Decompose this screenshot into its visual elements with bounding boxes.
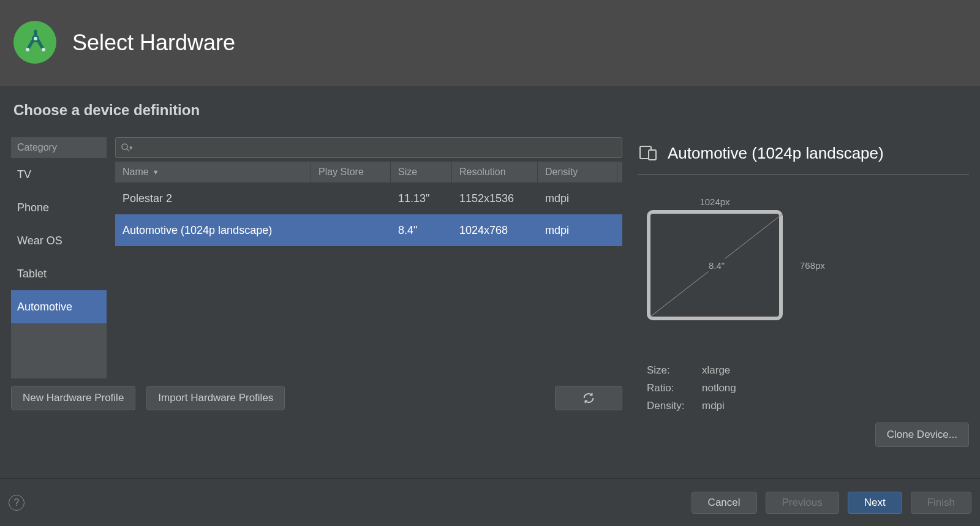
col-resolution[interactable]: Resolution [452, 162, 538, 182]
search-input[interactable] [135, 142, 617, 153]
content-area: Choose a device definition Category TV P… [0, 86, 980, 478]
svg-rect-6 [649, 150, 656, 160]
footer-bar: ? Cancel Previous Next Finish [0, 478, 980, 526]
sort-desc-icon: ▼ [153, 168, 159, 176]
spec-ratio-value: notlong [702, 380, 736, 397]
specs: Size: xlarge Ratio: notlong Density: mdp… [647, 362, 969, 415]
previous-button[interactable]: Previous [766, 492, 839, 514]
search-box[interactable]: ▾ [115, 137, 622, 158]
category-wear-os[interactable]: Wear OS [11, 224, 107, 257]
spec-density-value: mdpi [702, 397, 725, 415]
page-title: Select Hardware [72, 30, 235, 56]
preview-title: Automotive (1024p landscape) [668, 144, 884, 163]
new-hardware-profile-button[interactable]: New Hardware Profile [11, 386, 135, 410]
col-density[interactable]: Density [538, 162, 617, 182]
svg-point-3 [122, 144, 127, 149]
table-header: Name ▼ Play Store Size Resolution Densit… [115, 162, 622, 182]
finish-button[interactable]: Finish [911, 492, 971, 514]
spec-ratio-label: Ratio: [647, 380, 702, 397]
header-bar: Select Hardware [0, 0, 980, 86]
dim-height-label: 768px [800, 260, 825, 271]
col-size[interactable]: Size [391, 162, 452, 182]
category-phone[interactable]: Phone [11, 191, 107, 224]
category-tv[interactable]: TV [11, 158, 107, 191]
col-play-store[interactable]: Play Store [311, 162, 391, 182]
svg-point-0 [33, 36, 39, 42]
help-button[interactable]: ? [9, 495, 24, 511]
compass-icon [21, 29, 50, 57]
refresh-icon [582, 391, 595, 405]
subtitle: Choose a device definition [13, 102, 969, 119]
category-tablet[interactable]: Tablet [11, 257, 107, 290]
devices-icon [638, 143, 658, 163]
android-studio-logo [13, 21, 58, 65]
device-table: Name ▼ Play Store Size Resolution Densit… [115, 162, 622, 378]
table-row[interactable]: Polestar 2 11.13" 1152x1536 mdpi [115, 182, 622, 214]
spec-size-label: Size: [647, 362, 702, 380]
dropdown-caret-icon: ▾ [129, 144, 133, 152]
refresh-button[interactable] [555, 386, 622, 410]
cancel-button[interactable]: Cancel [692, 492, 757, 514]
clone-device-button[interactable]: Clone Device... [875, 423, 969, 447]
diagonal-label: 8.4" [705, 259, 728, 272]
col-name[interactable]: Name ▼ [115, 162, 311, 182]
spec-size-value: xlarge [702, 362, 730, 380]
svg-point-1 [26, 48, 29, 51]
preview-panel: Automotive (1024p landscape) 1024px 768p… [638, 137, 969, 447]
category-sidebar: Category TV Phone Wear OS Tablet Automot… [11, 137, 107, 378]
import-hardware-profiles-button[interactable]: Import Hardware Profiles [146, 386, 285, 410]
next-button[interactable]: Next [848, 492, 902, 514]
category-automotive[interactable]: Automotive [11, 290, 107, 323]
device-preview: 1024px 768px 8.4" [647, 199, 843, 340]
table-row[interactable]: Automotive (1024p landscape) 8.4" 1024x7… [115, 214, 622, 246]
spec-density-label: Density: [647, 397, 702, 415]
svg-point-2 [42, 48, 45, 51]
dim-width-label: 1024px [647, 197, 783, 207]
category-header: Category [11, 137, 107, 158]
